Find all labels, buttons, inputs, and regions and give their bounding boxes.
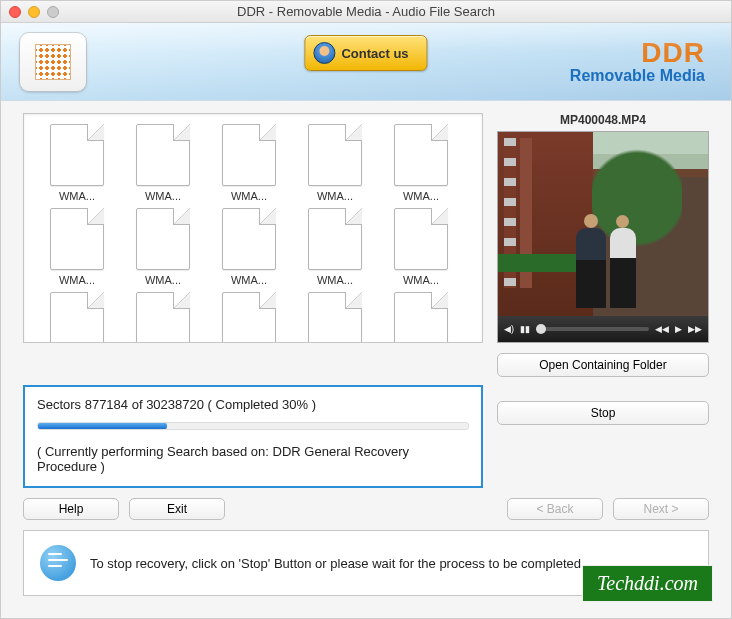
maximize-icon — [47, 6, 59, 18]
window-controls — [9, 6, 59, 18]
contact-label: Contact us — [341, 46, 408, 61]
preview-image — [498, 132, 708, 318]
file-item[interactable]: WMA... — [36, 204, 118, 286]
progress-fill — [38, 423, 167, 429]
sectors-text: Sectors 877184 of 30238720 ( Completed 3… — [37, 397, 469, 412]
document-icon — [50, 124, 104, 186]
logo-icon — [35, 44, 71, 80]
nav-button-row: Help Exit < Back Next > — [23, 498, 709, 520]
progress-bar — [37, 422, 469, 430]
preview-scenery — [610, 228, 636, 308]
file-item[interactable]: WMA... — [36, 120, 118, 202]
titlebar: DDR - Removable Media - Audio File Searc… — [1, 1, 731, 23]
brand-title: DDR — [570, 39, 705, 67]
document-icon — [136, 124, 190, 186]
file-item[interactable]: WMA... — [380, 120, 462, 202]
document-icon — [394, 208, 448, 270]
header-banner: Contact us DDR Removable Media — [1, 23, 731, 101]
preview-column: MP400048.MP4 ◀) ▮▮ ◀◀ ▶ — [497, 113, 709, 377]
file-item[interactable]: WMA... — [208, 120, 290, 202]
media-player-bar: ◀) ▮▮ ◀◀ ▶ ▶▶ — [498, 316, 708, 342]
file-item[interactable] — [380, 288, 462, 343]
document-icon — [308, 208, 362, 270]
contact-us-button[interactable]: Contact us — [304, 35, 427, 71]
preview-filename: MP400048.MP4 — [497, 113, 709, 127]
document-icon — [136, 208, 190, 270]
seek-thumb[interactable] — [536, 324, 546, 334]
document-icon — [394, 124, 448, 186]
file-item[interactable]: WMA... — [294, 120, 376, 202]
file-label: WMA... — [36, 274, 118, 286]
stop-button[interactable]: Stop — [497, 401, 709, 425]
document-icon — [136, 292, 190, 343]
file-label: WMA... — [380, 190, 462, 202]
next-button: Next > — [613, 498, 709, 520]
brand-subtitle: Removable Media — [570, 67, 705, 85]
file-list-pane[interactable]: WMA... WMA... WMA... WMA... WMA... WMA..… — [23, 113, 483, 343]
prev-icon[interactable]: ◀◀ — [655, 324, 669, 334]
person-icon — [313, 42, 335, 64]
pause-icon[interactable]: ▮▮ — [520, 324, 530, 334]
document-icon — [308, 292, 362, 343]
document-icon — [394, 292, 448, 343]
file-label: WMA... — [294, 274, 376, 286]
window-title: DDR - Removable Media - Audio File Searc… — [1, 4, 731, 19]
close-icon[interactable] — [9, 6, 21, 18]
seek-slider[interactable] — [536, 327, 649, 331]
play-icon[interactable]: ▶ — [675, 324, 682, 334]
document-icon — [222, 124, 276, 186]
file-item[interactable] — [294, 288, 376, 343]
back-button: < Back — [507, 498, 603, 520]
watermark: Techddi.com — [582, 565, 713, 602]
chat-bubble-icon — [40, 545, 76, 581]
document-icon — [50, 208, 104, 270]
file-grid: WMA... WMA... WMA... WMA... WMA... WMA..… — [36, 120, 480, 343]
top-row: WMA... WMA... WMA... WMA... WMA... WMA..… — [23, 113, 709, 377]
file-label: WMA... — [208, 190, 290, 202]
open-containing-folder-button[interactable]: Open Containing Folder — [497, 353, 709, 377]
volume-icon[interactable]: ◀) — [504, 324, 514, 334]
file-label: WMA... — [380, 274, 462, 286]
file-label: WMA... — [208, 274, 290, 286]
file-item[interactable] — [122, 288, 204, 343]
file-item[interactable] — [208, 288, 290, 343]
document-icon — [308, 124, 362, 186]
file-label: WMA... — [36, 190, 118, 202]
document-icon — [50, 292, 104, 343]
file-item[interactable]: WMA... — [380, 204, 462, 286]
info-text: To stop recovery, click on 'Stop' Button… — [90, 556, 585, 571]
document-icon — [222, 292, 276, 343]
app-window: DDR - Removable Media - Audio File Searc… — [0, 0, 732, 619]
file-label: WMA... — [122, 190, 204, 202]
exit-button[interactable]: Exit — [129, 498, 225, 520]
progress-status-text: ( Currently performing Search based on: … — [37, 444, 469, 474]
preview-scenery — [576, 228, 606, 308]
file-item[interactable]: WMA... — [294, 204, 376, 286]
help-button[interactable]: Help — [23, 498, 119, 520]
brand-block: DDR Removable Media — [570, 39, 713, 85]
progress-row: Sectors 877184 of 30238720 ( Completed 3… — [23, 385, 709, 488]
file-item[interactable]: WMA... — [122, 120, 204, 202]
minimize-icon[interactable] — [28, 6, 40, 18]
file-label: WMA... — [122, 274, 204, 286]
progress-panel: Sectors 877184 of 30238720 ( Completed 3… — [23, 385, 483, 488]
video-preview[interactable]: ◀) ▮▮ ◀◀ ▶ ▶▶ — [497, 131, 709, 343]
next-icon[interactable]: ▶▶ — [688, 324, 702, 334]
file-label: WMA... — [294, 190, 376, 202]
file-item[interactable]: WMA... — [122, 204, 204, 286]
document-icon — [222, 208, 276, 270]
content-area: WMA... WMA... WMA... WMA... WMA... WMA..… — [1, 101, 731, 596]
file-item[interactable]: WMA... — [208, 204, 290, 286]
file-item[interactable] — [36, 288, 118, 343]
app-logo[interactable] — [19, 32, 87, 92]
